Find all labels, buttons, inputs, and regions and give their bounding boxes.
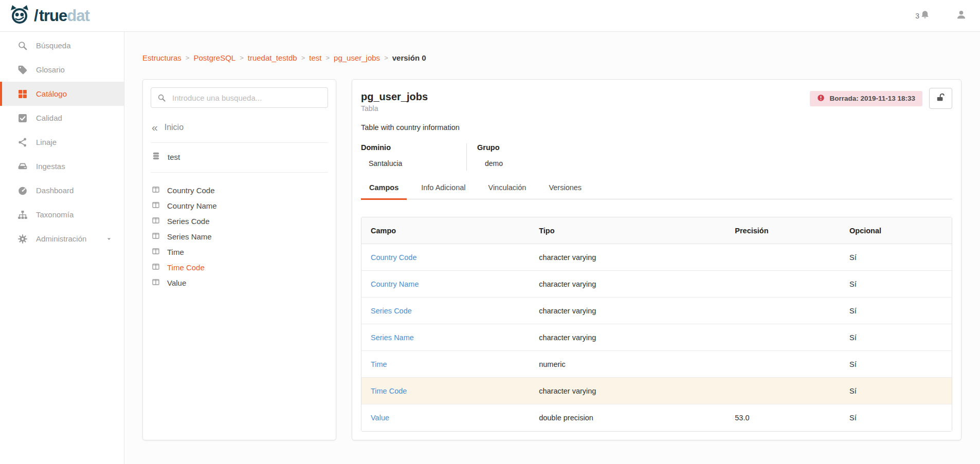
breadcrumb-item-version-0: versión 0 xyxy=(392,53,426,62)
bell-icon xyxy=(920,10,930,22)
tab-info-adicional[interactable]: Info Adicional xyxy=(413,183,474,200)
divider xyxy=(151,142,328,143)
sitemap-icon xyxy=(17,210,28,220)
field-type-cell: character varying xyxy=(530,271,725,298)
tree-column-label: Country Code xyxy=(167,186,215,195)
tree-column-country-name[interactable]: Country Name xyxy=(151,198,328,213)
tab-versiones[interactable]: Versiones xyxy=(540,183,590,200)
structure-description: Table with country information xyxy=(361,123,952,132)
sidebar-item-calidad[interactable]: Calidad xyxy=(0,106,124,130)
column-header-opcional: Opcional xyxy=(840,217,952,244)
sidebar-item-label: Administración xyxy=(36,234,86,243)
tree-search-input[interactable] xyxy=(172,94,321,102)
check-square-icon xyxy=(17,113,28,123)
breadcrumb-item-test[interactable]: test xyxy=(309,53,321,62)
table-columns-icon xyxy=(152,232,167,242)
tree-column-label: Series Code xyxy=(167,217,210,226)
field-type-cell: character varying xyxy=(530,244,725,271)
field-name-cell: Series Code xyxy=(361,298,530,324)
field-link-country-name[interactable]: Country Name xyxy=(371,280,419,288)
field-optional-cell: Sí xyxy=(840,271,952,298)
sidebar-item-label: Calidad xyxy=(36,114,62,122)
page-title: pg_user_jobs xyxy=(361,91,428,103)
field-link-series-code[interactable]: Series Code xyxy=(371,307,412,315)
field-name-cell: Time Code xyxy=(361,378,530,404)
field-precision-cell xyxy=(725,324,840,351)
user-icon xyxy=(956,13,967,22)
breadcrumb-separator: > xyxy=(384,54,388,62)
breadcrumb-item-truedat-testdb[interactable]: truedat_testdb xyxy=(248,53,297,62)
structure-tree-panel: « Inicio test Country CodeCountry NameSe… xyxy=(142,79,336,440)
field-link-country-code[interactable]: Country Code xyxy=(371,253,416,262)
table-columns-icon xyxy=(152,216,167,226)
field-precision-cell xyxy=(725,351,840,378)
tree-column-list: Country CodeCountry NameSeries CodeSerie… xyxy=(151,182,328,290)
deleted-status-badge: Borrada: 2019-11-13 18:33 xyxy=(810,91,922,106)
breadcrumb-item-pg-user-jobs[interactable]: pg_user_jobs xyxy=(334,53,380,62)
structure-type-label: Tabla xyxy=(361,104,428,113)
tree-column-series-name[interactable]: Series Name xyxy=(151,229,328,244)
breadcrumb-item-postgresql[interactable]: PostgreSQL xyxy=(193,53,235,62)
field-link-value[interactable]: Value xyxy=(371,414,389,422)
notifications-button[interactable]: 3 xyxy=(915,10,930,22)
breadcrumb-item-estructuras[interactable]: Estructuras xyxy=(142,53,182,62)
field-name-cell: Country Code xyxy=(361,244,530,271)
sidebar-item-taxonomia[interactable]: Taxonomía xyxy=(0,202,124,227)
field-link-time[interactable]: Time xyxy=(371,360,387,368)
column-header-precision: Precisión xyxy=(725,217,840,244)
field-type-cell: double precision xyxy=(530,404,725,431)
top-bar: /truedat 3 xyxy=(0,0,980,32)
tab-vinculacion[interactable]: Vinculación xyxy=(480,183,534,200)
notification-count: 3 xyxy=(915,12,919,20)
search-icon xyxy=(157,94,166,102)
sidebar-item-dashboard[interactable]: Dashboard xyxy=(0,178,124,202)
sidebar-item-label: Taxonomía xyxy=(36,210,74,219)
sidebar-item-administracion[interactable]: Administración xyxy=(0,227,124,251)
tree-column-country-code[interactable]: Country Code xyxy=(151,182,328,198)
breadcrumb-separator: > xyxy=(240,54,244,62)
truedat-logo[interactable]: /truedat xyxy=(8,4,89,28)
tree-column-series-code[interactable]: Series Code xyxy=(151,213,328,229)
sidebar-item-label: Ingestas xyxy=(36,162,65,171)
tab-campos[interactable]: Campos xyxy=(361,183,407,200)
lock-toggle-button[interactable] xyxy=(929,88,952,109)
divider xyxy=(151,172,328,173)
tree-column-label: Value xyxy=(167,279,186,287)
gauge-icon xyxy=(17,185,28,196)
sidebar-item-catalogo[interactable]: Catálogo xyxy=(0,82,124,106)
user-menu-button[interactable] xyxy=(956,9,967,22)
content-area: Estructuras>PostgreSQL>truedat_testdb>te… xyxy=(124,32,980,464)
tree-column-time[interactable]: Time xyxy=(151,244,328,259)
field-precision-cell xyxy=(725,378,840,404)
structure-detail-panel: pg_user_jobs Tabla Borrada: 2019-11-13 1… xyxy=(352,79,961,440)
sidebar-item-label: Búsqueda xyxy=(36,41,71,50)
unlock-icon xyxy=(936,92,946,104)
tree-column-value[interactable]: Value xyxy=(151,275,328,290)
field-precision-cell xyxy=(725,271,840,298)
tree-back-label: Inicio xyxy=(165,123,184,132)
deleted-badge-label: Borrada: 2019-11-13 18:33 xyxy=(829,95,915,102)
table-row-series-name: Series Namecharacter varyingSí xyxy=(361,324,952,351)
detail-tabs: CamposInfo AdicionalVinculaciónVersiones xyxy=(361,183,952,199)
sidebar-item-ingestas[interactable]: Ingestas xyxy=(0,154,124,178)
tree-schema-item[interactable]: test xyxy=(151,152,328,162)
fields-table: CampoTipoPrecisiónOpcional Country Codec… xyxy=(361,217,952,432)
grid-icon xyxy=(17,89,28,99)
field-link-time-code[interactable]: Time Code xyxy=(371,387,407,395)
sidebar-item-linaje[interactable]: Linaje xyxy=(0,130,124,154)
table-row-time-code: Time Codecharacter varyingSí xyxy=(361,378,952,404)
field-name-cell: Country Name xyxy=(361,271,530,298)
meta-value: Santalucia xyxy=(361,159,466,168)
tree-column-label: Country Name xyxy=(167,201,217,210)
sidebar-item-busqueda[interactable]: Búsqueda xyxy=(0,33,124,58)
table-row-country-code: Country Codecharacter varyingSí xyxy=(361,244,952,271)
tree-back-home[interactable]: « Inicio xyxy=(151,122,328,133)
tree-column-time-code[interactable]: Time Code xyxy=(151,259,328,275)
table-columns-icon xyxy=(152,201,167,211)
field-optional-cell: Sí xyxy=(840,378,952,404)
field-optional-cell: Sí xyxy=(840,324,952,351)
field-link-series-name[interactable]: Series Name xyxy=(371,333,414,342)
sidebar-item-glosario[interactable]: Glosario xyxy=(0,58,124,82)
column-header-campo: Campo xyxy=(361,217,530,244)
field-type-cell: character varying xyxy=(530,324,725,351)
